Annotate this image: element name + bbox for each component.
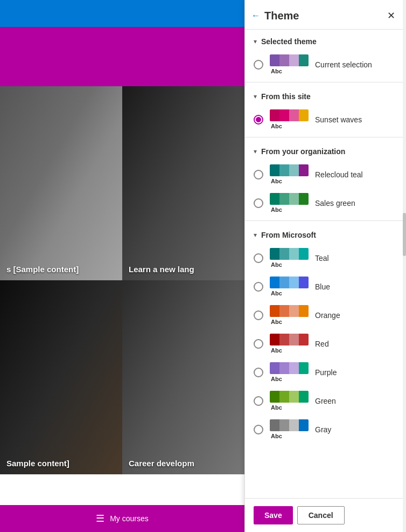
- theme-option-green[interactable]: Abc Green: [245, 388, 406, 416]
- theme-option-blue[interactable]: Abc Blue: [245, 273, 406, 302]
- swatch-abc-current: Abc: [270, 68, 309, 74]
- radio-green[interactable]: [254, 396, 263, 406]
- swatch-color-o2: [279, 305, 289, 317]
- swatch-colors-gray: [270, 419, 309, 431]
- theme-label-green: Green: [315, 397, 336, 405]
- my-courses-label: My courses: [110, 514, 149, 523]
- theme-option-relecloud-teal[interactable]: Abc Relecloud teal: [245, 161, 406, 190]
- swatch-abc-sunset: Abc: [270, 123, 309, 129]
- theme-label-gray: Gray: [315, 425, 331, 434]
- swatch-relecloud-teal: Abc: [270, 164, 309, 184]
- theme-option-orange[interactable]: Abc Orange: [245, 302, 406, 330]
- theme-label-current: Current selection: [315, 60, 372, 69]
- swatch-color-p4: [299, 362, 309, 374]
- radio-relecloud-teal[interactable]: [254, 170, 263, 179]
- scrollbar-track[interactable]: [403, 0, 406, 532]
- radio-gray[interactable]: [254, 425, 263, 434]
- section-from-this-site-title: From this site: [261, 92, 311, 101]
- swatch-color-o4: [299, 305, 309, 317]
- theme-label-sales-green: Sales green: [315, 199, 355, 208]
- swatch-color-g3: [289, 391, 299, 403]
- theme-label-red: Red: [315, 340, 329, 348]
- save-button[interactable]: Save: [254, 506, 293, 524]
- grid-item-handshake[interactable]: s [Sample content]: [0, 86, 122, 280]
- grid-item-woman[interactable]: Sample content]: [0, 280, 122, 474]
- swatch-color-p1: [270, 362, 279, 374]
- grid-item-career[interactable]: Career developm: [122, 280, 244, 474]
- swatch-color-g1: [270, 391, 279, 403]
- radio-orange[interactable]: [254, 310, 263, 320]
- divider-1: [245, 82, 406, 82]
- close-button[interactable]: ✕: [385, 9, 397, 23]
- swatch-abc-gray: Abc: [270, 433, 309, 439]
- swatch-color-t2: [279, 248, 289, 260]
- swatch-color-gray3: [289, 419, 299, 431]
- swatch-color-sg3: [289, 193, 299, 205]
- grid-label-handshake: s [Sample content]: [6, 265, 79, 274]
- theme-panel: ← Theme ✕ ▾ Selected theme Abc Current s…: [244, 0, 406, 532]
- swatch-color-r2: [279, 164, 289, 176]
- radio-red[interactable]: [254, 339, 263, 349]
- radio-blue[interactable]: [254, 282, 263, 292]
- swatch-colors-teal: [270, 248, 309, 260]
- swatch-color-r1: [270, 164, 279, 176]
- radio-teal[interactable]: [254, 253, 263, 263]
- swatch-color-gray2: [279, 419, 289, 431]
- panel-header: ← Theme ✕: [245, 0, 406, 30]
- section-selected-theme-title: Selected theme: [261, 37, 317, 46]
- section-selected-theme[interactable]: ▾ Selected theme: [245, 30, 406, 51]
- swatch-color-3: [289, 54, 299, 66]
- swatch-abc-purple: Abc: [270, 376, 309, 382]
- theme-label-orange: Orange: [315, 311, 340, 320]
- divider-3: [245, 220, 406, 221]
- swatch-color-b3: [289, 277, 299, 288]
- radio-sales-green[interactable]: [254, 198, 263, 208]
- swatch-red: Abc: [270, 334, 309, 354]
- radio-purple[interactable]: [254, 368, 263, 377]
- grid-item-learn[interactable]: Learn a new lang: [122, 86, 244, 280]
- swatch-color-red1: [270, 334, 279, 346]
- swatch-color-1: [270, 54, 279, 66]
- chevron-down-icon: ▾: [254, 38, 257, 45]
- swatch-colors-sunset: [270, 109, 309, 121]
- swatch-color-s2: [279, 109, 289, 121]
- my-courses-icon: ☰: [96, 513, 104, 524]
- section-from-microsoft[interactable]: ▾ From Microsoft: [245, 223, 406, 245]
- swatch-orange: Abc: [270, 305, 309, 325]
- back-button[interactable]: ←: [251, 11, 260, 20]
- swatch-color-s1: [270, 109, 279, 121]
- section-from-your-org[interactable]: ▾ From your organization: [245, 140, 406, 161]
- theme-option-teal[interactable]: Abc Teal: [245, 245, 406, 273]
- swatch-color-sg4: [299, 193, 309, 205]
- swatch-colors-green: [270, 391, 309, 403]
- theme-option-red[interactable]: Abc Red: [245, 330, 406, 359]
- section-from-this-site[interactable]: ▾ From this site: [245, 85, 406, 106]
- swatch-color-g4: [299, 391, 309, 403]
- theme-option-purple[interactable]: Abc Purple: [245, 359, 406, 388]
- swatch-abc-green: Abc: [270, 404, 309, 411]
- swatch-abc-orange: Abc: [270, 319, 309, 325]
- swatch-abc-blue: Abc: [270, 290, 309, 296]
- swatch-colors-red: [270, 334, 309, 346]
- swatch-color-o3: [289, 305, 299, 317]
- swatch-color-b1: [270, 277, 279, 288]
- panel-body: ▾ Selected theme Abc Current selection ▾…: [245, 30, 406, 498]
- swatch-color-s4: [299, 109, 309, 121]
- theme-option-sunset-waves[interactable]: Abc Sunset waves: [245, 106, 406, 135]
- theme-option-current[interactable]: Abc Current selection: [245, 51, 406, 80]
- scrollbar-thumb[interactable]: [403, 213, 406, 256]
- theme-option-sales-green[interactable]: Abc Sales green: [245, 190, 406, 218]
- swatch-color-o1: [270, 305, 279, 317]
- swatch-color-b4: [299, 277, 309, 288]
- cancel-button[interactable]: Cancel: [297, 506, 345, 524]
- swatch-colors-blue: [270, 277, 309, 288]
- swatch-color-p2: [279, 362, 289, 374]
- section-from-your-org-title: From your organization: [261, 147, 345, 156]
- bottom-nav[interactable]: ☰ My courses: [0, 505, 244, 532]
- theme-option-gray[interactable]: Abc Gray: [245, 416, 406, 445]
- swatch-color-red4: [299, 334, 309, 346]
- swatch-color-2: [279, 54, 289, 66]
- section-from-microsoft-title: From Microsoft: [261, 231, 316, 239]
- radio-sunset-waves[interactable]: [254, 115, 263, 125]
- radio-current[interactable]: [254, 60, 263, 70]
